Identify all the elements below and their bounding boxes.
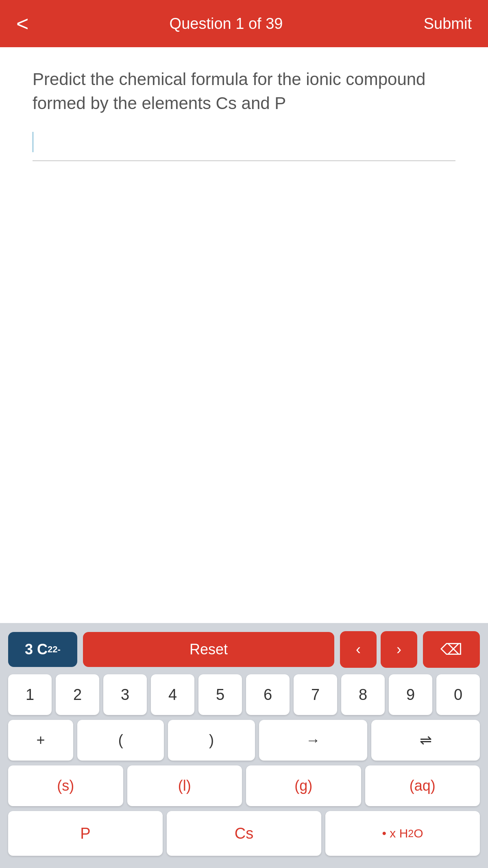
keyboard-area: 3 C22- Reset ‹ › ⌫ 1 2 3 4 5 6 7 8 9 0 +… [0, 623, 488, 868]
key-arrow[interactable]: → [259, 720, 368, 761]
symbol-row: + ( ) → ⇌ [8, 720, 480, 761]
key-3[interactable]: 3 [103, 674, 147, 715]
state-row: (s) (l) (g) (aq) [8, 765, 480, 806]
key-5[interactable]: 5 [198, 674, 242, 715]
key-2[interactable]: 2 [56, 674, 99, 715]
reset-button[interactable]: Reset [83, 632, 334, 667]
key-9[interactable]: 9 [389, 674, 432, 715]
nav-group: ‹ › [340, 631, 417, 668]
header: < Question 1 of 39 Submit [0, 0, 488, 47]
question-progress: Question 1 of 39 [170, 15, 283, 33]
nav-right-button[interactable]: › [381, 631, 417, 668]
submit-button[interactable]: Submit [424, 15, 472, 33]
key-cesium[interactable]: Cs [167, 811, 321, 856]
key-equilibrium[interactable]: ⇌ [371, 720, 480, 761]
element-row: P Cs • x H2O [8, 811, 480, 856]
key-open-paren[interactable]: ( [77, 720, 164, 761]
backspace-button[interactable]: ⌫ [423, 631, 480, 668]
key-solid[interactable]: (s) [8, 765, 123, 806]
key-plus[interactable]: + [8, 720, 73, 761]
back-button[interactable]: < [16, 13, 28, 34]
nav-left-button[interactable]: ‹ [340, 631, 377, 668]
key-8[interactable]: 8 [341, 674, 385, 715]
key-water[interactable]: • x H2O [325, 811, 480, 856]
text-cursor [33, 132, 33, 152]
key-1[interactable]: 1 [8, 674, 52, 715]
question-area: Predict the chemical formula for the ion… [0, 47, 488, 623]
key-close-paren[interactable]: ) [168, 720, 255, 761]
formula-preview-button[interactable]: 3 C22- [8, 632, 77, 667]
key-7[interactable]: 7 [294, 674, 337, 715]
number-row: 1 2 3 4 5 6 7 8 9 0 [8, 674, 480, 715]
key-liquid[interactable]: (l) [127, 765, 242, 806]
key-6[interactable]: 6 [246, 674, 290, 715]
key-0[interactable]: 0 [436, 674, 480, 715]
backspace-icon: ⌫ [440, 641, 462, 658]
question-text: Predict the chemical formula for the ion… [33, 68, 455, 116]
key-aqueous[interactable]: (aq) [365, 765, 480, 806]
answer-input-area[interactable] [33, 132, 455, 161]
key-phosphorus[interactable]: P [8, 811, 163, 856]
key-gas[interactable]: (g) [246, 765, 361, 806]
keyboard-top-row: 3 C22- Reset ‹ › ⌫ [8, 631, 480, 668]
key-4[interactable]: 4 [151, 674, 194, 715]
